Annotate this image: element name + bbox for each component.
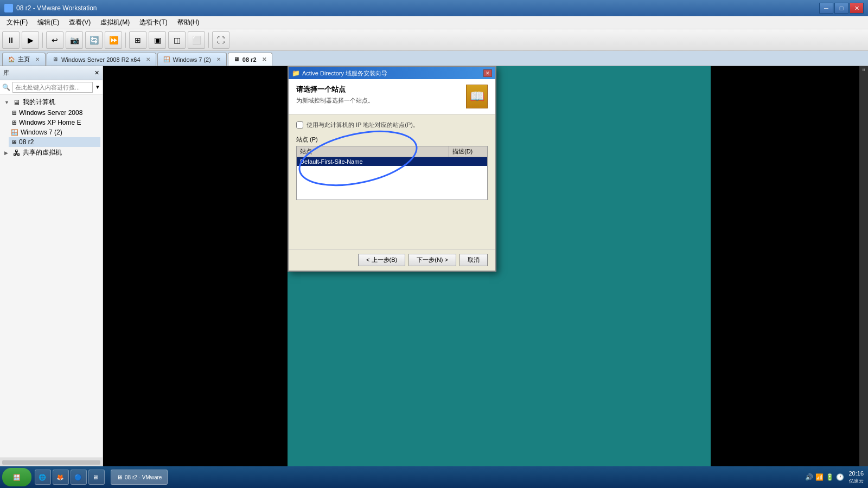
vm-screen[interactable]: ≡ 📁 Active Directory 域服务安装向导 ✕ xyxy=(103,66,868,466)
taskbar-vm-icon: 🖥 xyxy=(117,474,123,480)
checkbox-row: 使用与此计算机的 IP 地址对应的站点(P)。 xyxy=(296,121,488,129)
tree-shared-vms[interactable]: ▶ 🖧 共享的虚拟机 xyxy=(2,147,100,158)
win7-tree-icon: 🪟 xyxy=(11,129,18,136)
table-header: 站点 描述(D) xyxy=(296,146,488,157)
cancel-button[interactable]: 取消 xyxy=(459,254,488,266)
menu-file[interactable]: 文件(F) xyxy=(2,17,32,28)
site-section: 站点 (P) 站点 描述(D) Default-First-Site-Name xyxy=(296,136,488,200)
menu-tab[interactable]: 选项卡(T) xyxy=(135,17,171,28)
server2008-icon: 🖥 xyxy=(11,110,17,116)
table-row-default-site[interactable]: Default-First-Site-Name xyxy=(297,157,487,166)
site-name: Default-First-Site-Name xyxy=(300,158,446,165)
tree-item-win7[interactable]: 🪟 Windows 7 (2) xyxy=(9,127,100,137)
view4-button[interactable]: ⬜ xyxy=(188,31,205,49)
search-icon: 🔍 xyxy=(2,84,10,91)
content-area[interactable]: ≡ 📁 Active Directory 域服务安装向导 ✕ xyxy=(103,66,868,466)
tab-08r2[interactable]: 🖥 08 r2 ✕ xyxy=(228,53,272,66)
tab-server2008-label: Windows Server 2008 R2 x64 xyxy=(61,56,141,63)
site-table[interactable]: Default-First-Site-Name xyxy=(296,157,488,200)
tree-my-computer[interactable]: ▼ 🖥 我的计算机 xyxy=(2,97,100,108)
taskbar-right: 🔊 📶 🔋 🕐 20:16 亿速云 xyxy=(805,470,866,485)
right-strip: ≡ xyxy=(859,66,868,466)
maximize-button[interactable]: □ xyxy=(834,3,848,14)
fullscreen-button[interactable]: ⛶ xyxy=(212,31,229,49)
tab-home[interactable]: 🏠 主页 ✕ xyxy=(2,53,46,66)
title-bar-left: 08 r2 - VMware Workstation xyxy=(4,4,97,12)
menu-view[interactable]: 查看(V) xyxy=(65,17,95,28)
tree-shared-vms-label: 共享的虚拟机 xyxy=(23,148,62,157)
tab-server2008-close[interactable]: ✕ xyxy=(146,56,150,62)
power-button[interactable]: ▶ xyxy=(22,31,39,49)
snapshot2-button[interactable]: 🔄 xyxy=(85,31,103,49)
winxp-icon: 🖥 xyxy=(11,119,17,126)
server-icon: 🖥 xyxy=(53,56,58,62)
tray-icon-4[interactable]: 🕐 xyxy=(836,473,844,481)
dialog-close-btn[interactable]: ✕ xyxy=(483,69,492,77)
dialog-header-title: 请选择一个站点 xyxy=(296,85,374,94)
tab-home-close[interactable]: ✕ xyxy=(35,56,40,62)
next-button[interactable]: 下一步(N) > xyxy=(409,254,456,266)
view2-button[interactable]: ▣ xyxy=(149,31,166,49)
toolbar-sep-2 xyxy=(125,33,126,48)
title-bar: 08 r2 - VMware Workstation ─ □ ✕ xyxy=(0,0,868,16)
taskbar-icon-4[interactable]: 🖥 xyxy=(88,470,105,485)
tree-item-server2008[interactable]: 🖥 Windows Server 2008 xyxy=(9,108,100,118)
active-directory-dialog: 📁 Active Directory 域服务安装向导 ✕ 请选择一个站点 为新域… xyxy=(288,66,496,272)
close-button[interactable]: ✕ xyxy=(850,3,864,14)
use-ip-checkbox[interactable] xyxy=(296,121,303,129)
tree-item-08r2[interactable]: 🖥 08 r2 xyxy=(9,137,100,147)
table-header-desc: 描述(D) xyxy=(449,146,487,157)
sidebar: 库 ✕ 🔍 ▼ ▼ 🖥 我的计算机 🖥 Windows Server xyxy=(0,66,103,466)
expand-icon: ▼ xyxy=(4,100,11,105)
view1-button[interactable]: ⊞ xyxy=(129,31,146,49)
snapshot-button[interactable]: 📷 xyxy=(66,31,83,49)
tray-icon-1[interactable]: 🔊 xyxy=(805,473,813,481)
tree-item-win7-label: Windows 7 (2) xyxy=(21,129,62,136)
taskbar-icon-2[interactable]: 🦊 xyxy=(53,470,69,485)
taskbar-icon-3[interactable]: 🔵 xyxy=(71,470,87,485)
tray-icon-2[interactable]: 📶 xyxy=(815,473,824,481)
start-button[interactable]: 🪟 xyxy=(2,468,31,486)
taskbar-icon-1[interactable]: 🌐 xyxy=(35,470,51,485)
clock: 20:16 亿速云 xyxy=(846,470,866,485)
tree-group-mycomputer: 🖥 Windows Server 2008 🖥 Windows XP Home … xyxy=(9,108,100,147)
taskbar-active-vm[interactable]: 🖥 08 r2 - VMware xyxy=(111,470,168,485)
menu-bar: 文件(F) 编辑(E) 查看(V) 虚拟机(M) 选项卡(T) 帮助(H) xyxy=(0,16,868,29)
tray-icon-3[interactable]: 🔋 xyxy=(826,473,834,481)
revert-button[interactable]: ↩ xyxy=(46,31,63,49)
tree-item-winxp-label: Windows XP Home E xyxy=(19,119,81,126)
tab-08r2-label: 08 r2 xyxy=(242,56,257,63)
dialog-title-left: 📁 Active Directory 域服务安装向导 xyxy=(292,69,387,78)
tree-item-winxp[interactable]: 🖥 Windows XP Home E xyxy=(9,118,100,127)
menu-help[interactable]: 帮助(H) xyxy=(173,17,204,28)
08r2-icon: 🖥 xyxy=(234,56,239,62)
dialog-title-text: Active Directory 域服务安装向导 xyxy=(302,69,387,78)
tab-08r2-close[interactable]: ✕ xyxy=(262,56,266,62)
tree: ▼ 🖥 我的计算机 🖥 Windows Server 2008 🖥 Window… xyxy=(0,94,103,278)
sidebar-scrollbar[interactable] xyxy=(0,458,103,466)
tab-server2008[interactable]: 🖥 Windows Server 2008 R2 x64 ✕ xyxy=(47,53,156,66)
tab-win7[interactable]: 🪟 Windows 7 (2) ✕ xyxy=(157,53,227,66)
menu-vm[interactable]: 虚拟机(M) xyxy=(96,17,134,28)
window-title: 08 r2 - VMware Workstation xyxy=(16,4,97,12)
dialog-header-text: 请选择一个站点 为新域控制器选择一个站点。 xyxy=(296,85,374,105)
search-input[interactable] xyxy=(12,82,93,93)
taskbar: 🪟 🌐 🦊 🔵 🖥 🖥 08 r2 - VMware 🔊 📶 🔋 🕐 20:16… xyxy=(0,466,868,488)
search-dropdown-icon[interactable]: ▼ xyxy=(95,84,100,90)
dialog-header: 请选择一个站点 为新域控制器选择一个站点。 📖 xyxy=(289,79,495,114)
sidebar-close-icon[interactable]: ✕ xyxy=(94,69,99,76)
tab-win7-close[interactable]: ✕ xyxy=(216,56,221,62)
minimize-button[interactable]: ─ xyxy=(819,3,833,14)
dialog-folder-icon: 📁 xyxy=(292,69,300,77)
snapshot3-button[interactable]: ⏩ xyxy=(105,31,122,49)
use-ip-label: 使用与此计算机的 IP 地址对应的站点(P)。 xyxy=(307,121,419,129)
pause-button[interactable]: ⏸ xyxy=(2,31,20,49)
dialog-body: 使用与此计算机的 IP 地址对应的站点(P)。 站点 (P) 站点 描述(D) xyxy=(289,114,495,211)
menu-edit[interactable]: 编辑(E) xyxy=(33,17,63,28)
clock-label2: 亿速云 xyxy=(848,478,864,485)
home-icon: 🏠 xyxy=(8,56,15,62)
search-box: 🔍 ▼ xyxy=(0,80,103,94)
right-strip-label: ≡ xyxy=(861,68,866,71)
view3-button[interactable]: ◫ xyxy=(168,31,186,49)
back-button[interactable]: < 上一步(B) xyxy=(358,254,405,266)
